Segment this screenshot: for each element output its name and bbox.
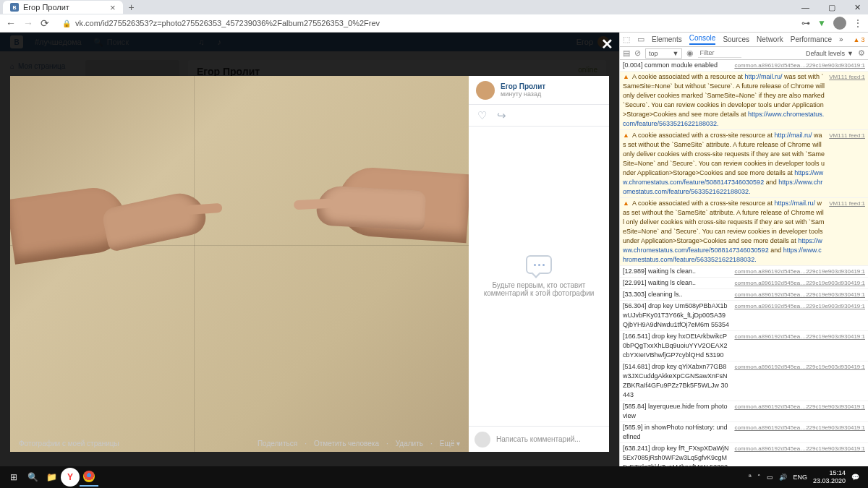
url-text: vk.com/id275526353?z=photo275526353_4572… <box>75 19 380 27</box>
tray-clock[interactable]: 15:14 23.03.2020 <box>813 469 846 485</box>
shield-icon[interactable]: ▼ <box>817 18 826 28</box>
console-warning-row: ▲A cookie associated with a cross-site r… <box>620 130 868 198</box>
console-log-row: [22.991] waiting ls clean..common.a89619… <box>620 278 868 289</box>
tab-close-icon[interactable]: × <box>110 2 116 13</box>
close-icon[interactable]: ✕ <box>601 35 613 53</box>
tray-people-icon[interactable]: ᴿ <box>749 474 752 481</box>
tab-network[interactable]: Network <box>757 35 783 43</box>
window-controls: — ▢ ✕ <box>797 1 865 14</box>
devtools-panel: ⬚ ▭ Elements Console Sources Network Per… <box>619 33 868 466</box>
tag-action[interactable]: Отметить человека <box>314 440 379 448</box>
console-settings-icon[interactable]: ⚙ <box>858 48 865 58</box>
commenter-avatar <box>475 432 490 448</box>
taskbar-chrome[interactable] <box>80 468 98 487</box>
sidebar-toggle-icon[interactable]: ▤ <box>623 48 630 58</box>
delete-action[interactable]: Удалить <box>396 440 423 448</box>
photoview: Егор Пролит минуту назад ♡ ↪ Будьте перв… <box>10 76 609 452</box>
comment-input[interactable]: Написать комментарий... <box>496 435 603 443</box>
console-log-row: [12.989] waiting ls clean..common.a89619… <box>620 266 868 278</box>
page-viewport: B #лучшедома 🔍 Поиск ♫ ♪ Егор ⌂ Моя стра… <box>0 33 619 466</box>
author-avatar[interactable] <box>476 81 495 100</box>
share-action[interactable]: Поделиться <box>258 440 297 448</box>
back-button[interactable]: ← <box>6 17 16 29</box>
browser-tabstrip: B Егор Пролит × + — ▢ ✕ <box>0 0 868 14</box>
browser-toolbar: ← → ⟳ 🔒 vk.com/id275526353?z=photo275526… <box>0 14 868 33</box>
context-selector[interactable]: top▼ <box>645 48 682 59</box>
tray-language[interactable]: ENG <box>793 474 807 481</box>
tab-console[interactable]: Console <box>689 34 716 45</box>
tab-sources[interactable]: Sources <box>723 35 749 43</box>
heart-icon[interactable]: ♡ <box>477 109 487 122</box>
window-close-button[interactable]: ✕ <box>850 1 865 14</box>
devtools-tabbar: ⬚ ▭ Elements Console Sources Network Per… <box>620 33 868 47</box>
reload-button[interactable]: ⟳ <box>41 17 49 29</box>
address-bar[interactable]: 🔒 vk.com/id275526353?z=photo275526353_45… <box>56 19 794 27</box>
clear-console-icon[interactable]: ⊘ <box>634 48 641 58</box>
taskbar-search[interactable]: 🔍 <box>23 468 42 487</box>
chrome-menu-icon[interactable]: ⋮ <box>854 18 862 28</box>
comment-bubble-icon <box>526 255 552 274</box>
device-icon[interactable]: ▭ <box>637 35 644 44</box>
eye-icon[interactable]: ◉ <box>686 48 694 58</box>
tray-sound-icon[interactable]: 🔊 <box>779 474 787 481</box>
warning-badge[interactable]: ▲3 <box>854 36 865 43</box>
tray-up-icon[interactable]: ˄ <box>757 474 761 481</box>
profile-avatar[interactable] <box>833 17 846 30</box>
console-filter-input[interactable] <box>698 48 741 58</box>
share-icon[interactable]: ↪ <box>497 109 506 122</box>
taskbar-yandex[interactable]: Y <box>61 468 80 487</box>
console-output[interactable]: [0.004] common module enabledcommon.a896… <box>620 60 868 466</box>
inspect-icon[interactable]: ⬚ <box>623 35 630 44</box>
tab-elements[interactable]: Elements <box>652 35 682 43</box>
console-log-row: [166.541] drop key hxOEtArkbwikcP0bPQgTx… <box>620 331 868 361</box>
maximize-button[interactable]: ▢ <box>824 1 840 14</box>
photo-time: минуту назад <box>501 90 545 98</box>
windows-taskbar: ⊞ 🔍 📁 Y ᴿ ˄ ▭ 🔊 ENG 15:14 23.03.2020 💬 <box>0 466 868 488</box>
key-icon[interactable]: ⊶ <box>801 18 810 28</box>
console-log-row: [56.304] drop key Um508yPBbAX1bwUJvbFKy0… <box>620 301 868 331</box>
console-log-row: [0.004] common module enabledcommon.a896… <box>620 60 868 72</box>
tray-notifications-icon[interactable]: 💬 <box>851 474 859 481</box>
console-warning-row: ▲A cookie associated with a resource at … <box>620 72 868 130</box>
minimize-button[interactable]: — <box>797 1 814 14</box>
taskbar-explorer[interactable]: 📁 <box>42 468 61 487</box>
console-log-row: [585.84] layerqueue.hide from photoviewc… <box>620 401 868 422</box>
photo-reactions: ♡ ↪ <box>469 105 609 127</box>
console-log-row: [638.241] drop key fR_FXspXDaWjN5Ex7085j… <box>620 443 868 466</box>
tray-network-icon[interactable]: ▭ <box>767 474 773 481</box>
console-log-row: [33.303] cleaning ls..common.a896192d545… <box>620 289 868 301</box>
start-button[interactable]: ⊞ <box>4 468 23 487</box>
lock-icon: 🔒 <box>62 20 71 27</box>
photoview-footer: Фотографии с моей страницы Поделиться · … <box>10 435 469 452</box>
comment-input-row: Написать комментарий... <box>469 426 609 452</box>
photo-author: Егор Пролит минуту назад <box>469 76 609 105</box>
tab-title: Егор Пролит <box>23 3 69 12</box>
new-tab-button[interactable]: + <box>129 1 135 13</box>
console-log-row: [514.681] drop key qYiXabxn77GB8w3JXCudd… <box>620 361 868 401</box>
log-levels-dropdown[interactable]: Default levels▼ <box>806 50 854 57</box>
tab-performance[interactable]: Performance <box>791 35 832 43</box>
vk-favicon: B <box>10 3 19 12</box>
photo-sidebar: Егор Пролит минуту назад ♡ ↪ Будьте перв… <box>469 76 609 452</box>
photoview-overlay: ✕ Егор Пролит минуту назад <box>0 33 619 466</box>
browser-tab[interactable]: B Егор Пролит × <box>3 1 123 14</box>
photo-image[interactable] <box>10 76 469 452</box>
more-action[interactable]: Ещё ▾ <box>440 440 460 448</box>
album-title[interactable]: Фотографии с моей страницы <box>19 440 119 448</box>
console-log-row: [585.9] in showPhoto noHistory: undefine… <box>620 422 868 443</box>
comments-empty-state: Будьте первым, кто оставит комментарий к… <box>469 127 609 426</box>
tab-more[interactable]: » <box>839 35 843 43</box>
console-subbar: ▤ ⊘ top▼ ◉ Default levels▼ ⚙ <box>620 47 868 60</box>
console-warning-row: ▲A cookie associated with a cross-site r… <box>620 198 868 266</box>
forward-button[interactable]: → <box>23 17 33 29</box>
author-name-link[interactable]: Егор Пролит <box>501 82 545 90</box>
